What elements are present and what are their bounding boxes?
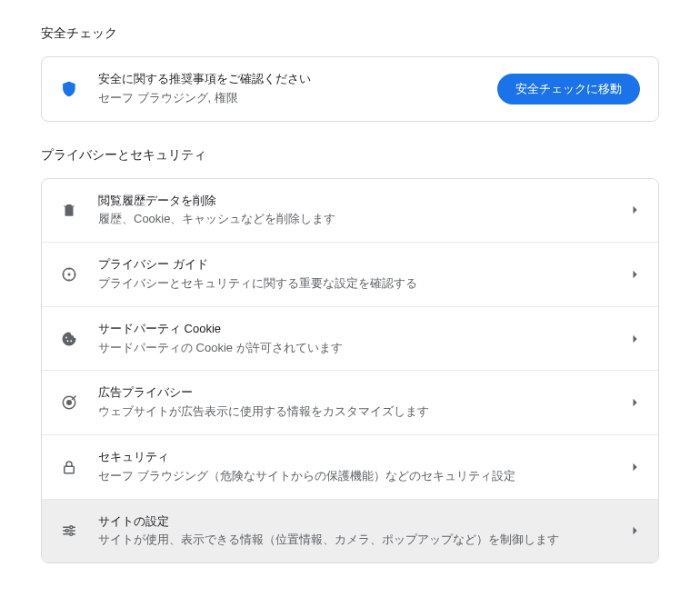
list-item-title: セキュリティ (98, 448, 611, 467)
list-item-text: 広告プライバシー ウェブサイトが広告表示に使用する情報をカスタマイズします (98, 383, 611, 422)
list-item-title: サードパーティ Cookie (98, 320, 611, 339)
privacy-item-security[interactable]: セキュリティ セーフ ブラウジング（危険なサイトからの保護機能）などのセキュリテ… (42, 434, 658, 499)
safety-check-subtitle: セーフ ブラウジング, 権限 (98, 89, 477, 108)
privacy-item-ads[interactable]: 広告プライバシー ウェブサイトが広告表示に使用する情報をカスタマイズします (42, 370, 658, 434)
shield-icon (60, 80, 78, 98)
lock-icon (60, 458, 78, 476)
safety-check-card: 安全に関する推奨事項をご確認ください セーフ ブラウジング, 権限 安全チェック… (41, 56, 659, 122)
svg-point-8 (70, 526, 73, 529)
list-item-title: 広告プライバシー (98, 383, 611, 403)
list-item-text: プライバシー ガイド プライバシーとセキュリティに関する重要な設定を確認する (98, 255, 611, 294)
chevron-right-icon (631, 398, 640, 407)
privacy-section-title: プライバシーとセキュリティ (41, 147, 659, 164)
chevron-right-icon (631, 205, 640, 214)
trash-icon (60, 201, 78, 219)
privacy-item-clear-data[interactable]: 閲覧履歴データを削除 履歴、Cookie、キャッシュなどを削除します (42, 179, 658, 243)
svg-point-2 (65, 336, 67, 338)
list-item-title: プライバシー ガイド (98, 255, 611, 274)
safety-check-section-title: 安全チェック (41, 25, 659, 42)
cookie-icon (60, 330, 78, 348)
list-item-text: サイトの設定 サイトが使用、表示できる情報（位置情報、カメラ、ポップアップなど）… (98, 512, 611, 551)
privacy-item-guide[interactable]: プライバシー ガイド プライバシーとセキュリティに関する重要な設定を確認する (42, 242, 658, 306)
list-item-subtitle: セーフ ブラウジング（危険なサイトからの保護機能）などのセキュリティ設定 (98, 467, 611, 486)
list-item-title: サイトの設定 (98, 512, 611, 532)
safety-check-go-button[interactable]: 安全チェックに移動 (497, 74, 640, 104)
svg-rect-7 (65, 466, 75, 473)
compass-icon (60, 265, 78, 284)
chevron-right-icon (631, 270, 640, 279)
target-icon (60, 393, 78, 412)
list-item-text: サードパーティ Cookie サードパーティの Cookie が許可されています (98, 320, 611, 358)
list-item-title: 閲覧履歴データを削除 (98, 192, 611, 211)
list-item-subtitle: サイトが使用、表示できる情報（位置情報、カメラ、ポップアップなど）を制御します (98, 531, 611, 550)
svg-point-10 (70, 533, 73, 536)
safety-check-text: 安全に関する推奨事項をご確認ください セーフ ブラウジング, 権限 (98, 70, 477, 108)
svg-point-3 (67, 340, 69, 342)
list-item-text: セキュリティ セーフ ブラウジング（危険なサイトからの保護機能）などのセキュリテ… (98, 448, 611, 486)
tune-icon (60, 522, 78, 540)
list-item-subtitle: ウェブサイトが広告表示に使用する情報をカスタマイズします (98, 403, 611, 422)
safety-check-row: 安全に関する推奨事項をご確認ください セーフ ブラウジング, 権限 安全チェック… (42, 57, 658, 121)
svg-point-1 (68, 274, 70, 275)
list-item-subtitle: プライバシーとセキュリティに関する重要な設定を確認する (98, 274, 611, 294)
svg-point-9 (65, 530, 68, 532)
chevron-right-icon (631, 463, 640, 472)
list-item-subtitle: 履歴、Cookie、キャッシュなどを削除します (98, 210, 611, 229)
list-item-subtitle: サードパーティの Cookie が許可されています (98, 339, 611, 358)
chevron-right-icon (631, 526, 640, 535)
svg-point-4 (70, 340, 72, 342)
privacy-item-site-settings[interactable]: サイトの設定 サイトが使用、表示できる情報（位置情報、カメラ、ポップアップなど）… (42, 499, 658, 563)
chevron-right-icon (631, 334, 640, 343)
list-item-text: 閲覧履歴データを削除 履歴、Cookie、キャッシュなどを削除します (98, 192, 611, 230)
safety-check-title: 安全に関する推奨事項をご確認ください (98, 70, 477, 89)
privacy-list: 閲覧履歴データを削除 履歴、Cookie、キャッシュなどを削除します プライバシ… (41, 178, 659, 564)
privacy-item-cookies[interactable]: サードパーティ Cookie サードパーティの Cookie が許可されています (42, 306, 658, 371)
svg-point-6 (66, 400, 72, 405)
